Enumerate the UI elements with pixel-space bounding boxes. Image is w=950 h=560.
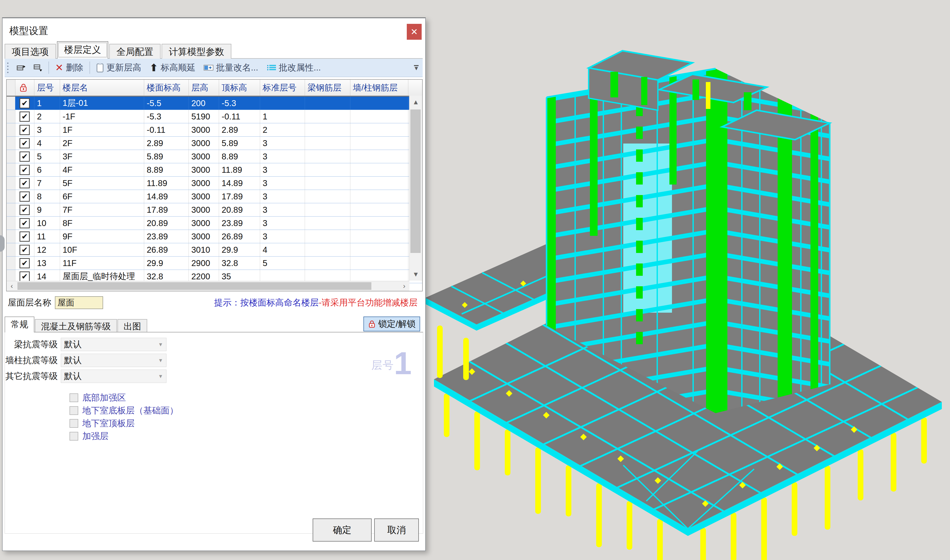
table-row[interactable]: ✔108F20.89300023.893 [7, 217, 422, 230]
cell-楼层名[interactable]: 9F [60, 230, 144, 243]
row-checkbox[interactable]: ✔ [20, 151, 30, 162]
cell-标准层号[interactable]: 1 [260, 110, 305, 123]
cell-层号[interactable]: 6 [34, 163, 60, 176]
cancel-button[interactable]: 取消 [374, 518, 419, 542]
dialog-titlebar[interactable]: 模型设置 ✕ [3, 18, 425, 41]
cell-楼层名[interactable]: 1F [60, 123, 144, 136]
row-checkbox[interactable]: ✔ [20, 111, 30, 122]
cell-层高[interactable]: 2900 [189, 257, 219, 269]
row-checkbox[interactable]: ✔ [20, 258, 30, 268]
cell-标准层号[interactable]: 2 [260, 123, 305, 136]
tab-楼层定义[interactable]: 楼层定义 [57, 41, 108, 59]
column-header-标准层号[interactable]: 标准层号 [260, 80, 305, 95]
cell-楼面标高[interactable]: 17.89 [144, 203, 189, 216]
cell-楼层名[interactable]: 7F [60, 203, 144, 216]
cell-顶标高[interactable]: 8.89 [219, 150, 260, 163]
ok-button[interactable]: 确定 [313, 518, 372, 542]
cell-层号[interactable]: 1 [34, 97, 60, 110]
cell-标准层号[interactable]: 3 [260, 217, 305, 230]
cell-梁钢筋层[interactable] [305, 177, 350, 190]
cell-层高[interactable]: 5190 [189, 110, 219, 123]
checkbox-row-地下室底板层（基础面）[interactable]: 地下室底板层（基础面） [69, 405, 178, 417]
table-row[interactable]: ✔75F11.89300014.893 [7, 177, 422, 190]
cell-标准层号[interactable]: 3 [260, 203, 305, 216]
cell-顶标高[interactable]: 29.9 [219, 243, 260, 256]
lock-column-header[interactable] [15, 80, 34, 95]
checkbox-row-地下室顶板层[interactable]: 地下室顶板层 [69, 417, 135, 429]
cell-顶标高[interactable]: -0.11 [219, 110, 260, 123]
cell-顶标高[interactable]: 32.8 [219, 257, 260, 269]
cell-梁钢筋层[interactable] [305, 97, 350, 110]
table-row[interactable]: ✔2-1F-5.35190-0.111 [7, 110, 422, 123]
cell-楼层名[interactable]: -1F [60, 110, 144, 123]
cell-梁钢筋层[interactable] [305, 137, 350, 150]
side-panel-handle[interactable] [0, 235, 5, 252]
row-check-cell[interactable]: ✔ [15, 110, 34, 123]
cell-层号[interactable]: 11 [34, 230, 60, 243]
scroll-left-icon[interactable]: ‹ [7, 281, 17, 291]
cell-层号[interactable]: 4 [34, 137, 60, 150]
scroll-down-icon[interactable]: ▼ [409, 268, 422, 281]
row-check-cell[interactable]: ✔ [15, 230, 34, 243]
dropdown-梁抗震等级[interactable]: 默认▼ [61, 338, 167, 351]
checkbox[interactable] [69, 394, 78, 402]
cell-层号[interactable]: 9 [34, 203, 60, 216]
vertical-scroll-thumb[interactable] [410, 109, 421, 253]
scroll-up-icon[interactable]: ▲ [409, 95, 422, 108]
cell-楼面标高[interactable]: 14.89 [144, 190, 189, 203]
row-checkbox[interactable]: ✔ [20, 231, 30, 242]
table-row[interactable]: ✔1311F29.9290032.85 [7, 257, 422, 270]
cell-标准层号[interactable]: 3 [260, 137, 305, 150]
tab-全局配置[interactable]: 全局配置 [109, 44, 160, 59]
close-button[interactable]: ✕ [407, 24, 422, 40]
cell-楼面标高[interactable]: 5.89 [144, 150, 189, 163]
row-checkbox[interactable]: ✔ [20, 125, 30, 135]
cell-层号[interactable]: 2 [34, 110, 60, 123]
subtab-混凝土及钢筋等级[interactable]: 混凝土及钢筋等级 [35, 319, 117, 333]
cell-墙/柱钢筋层[interactable] [350, 163, 408, 176]
cell-标准层号[interactable] [260, 97, 305, 110]
cell-楼层名[interactable]: 10F [60, 243, 144, 256]
cell-墙/柱钢筋层[interactable] [350, 150, 408, 163]
cell-楼面标高[interactable]: -5.3 [144, 110, 189, 123]
update-floor-height-button[interactable]: 更新层高 [92, 60, 145, 75]
cell-梁钢筋层[interactable] [305, 203, 350, 216]
batch-properties-button[interactable]: 批改属性... [262, 60, 325, 75]
cell-层高[interactable]: 3000 [189, 203, 219, 216]
row-check-cell[interactable]: ✔ [15, 177, 34, 190]
row-checkbox[interactable]: ✔ [20, 165, 30, 175]
row-checkbox[interactable]: ✔ [20, 218, 30, 228]
tab-项目选项[interactable]: 项目选项 [5, 44, 56, 59]
cell-楼层名[interactable]: 6F [60, 190, 144, 203]
cell-顶标高[interactable]: 11.89 [219, 163, 260, 176]
cell-楼层名[interactable]: 2F [60, 137, 144, 150]
batch-rename-button[interactable]: 批量改名... [199, 60, 262, 75]
cell-标准层号[interactable]: 3 [260, 150, 305, 163]
cell-楼层名[interactable]: 11F [60, 257, 144, 269]
row-checkbox[interactable]: ✔ [20, 178, 30, 188]
cell-梁钢筋层[interactable] [305, 110, 350, 123]
row-check-cell[interactable]: ✔ [15, 150, 34, 163]
checkbox[interactable] [69, 419, 78, 428]
roof-name-input[interactable]: 屋面 [55, 296, 103, 309]
cell-墙/柱钢筋层[interactable] [350, 137, 408, 150]
cell-墙/柱钢筋层[interactable] [350, 190, 408, 203]
column-header-顶标高[interactable]: 顶标高 [219, 80, 260, 95]
table-row[interactable]: ✔86F14.89300017.893 [7, 190, 422, 203]
table-row[interactable]: ✔31F-0.1130002.892 [7, 123, 422, 137]
cell-梁钢筋层[interactable] [305, 123, 350, 136]
cell-墙/柱钢筋层[interactable] [350, 217, 408, 230]
cell-层高[interactable]: 200 [189, 97, 219, 110]
cell-标准层号[interactable]: 5 [260, 257, 305, 269]
row-check-cell[interactable]: ✔ [15, 137, 34, 150]
cell-层高[interactable]: 3000 [189, 163, 219, 176]
cell-楼面标高[interactable]: 8.89 [144, 163, 189, 176]
cell-楼层名[interactable]: 8F [60, 217, 144, 230]
toolbar-overflow-button[interactable]: ▼ [413, 65, 419, 70]
cell-楼层名[interactable]: 5F [60, 177, 144, 190]
row-check-cell[interactable]: ✔ [15, 243, 34, 256]
cell-层号[interactable]: 5 [34, 150, 60, 163]
row-checkbox[interactable]: ✔ [20, 271, 30, 282]
row-check-cell[interactable]: ✔ [15, 257, 34, 269]
cell-顶标高[interactable]: 23.89 [219, 217, 260, 230]
